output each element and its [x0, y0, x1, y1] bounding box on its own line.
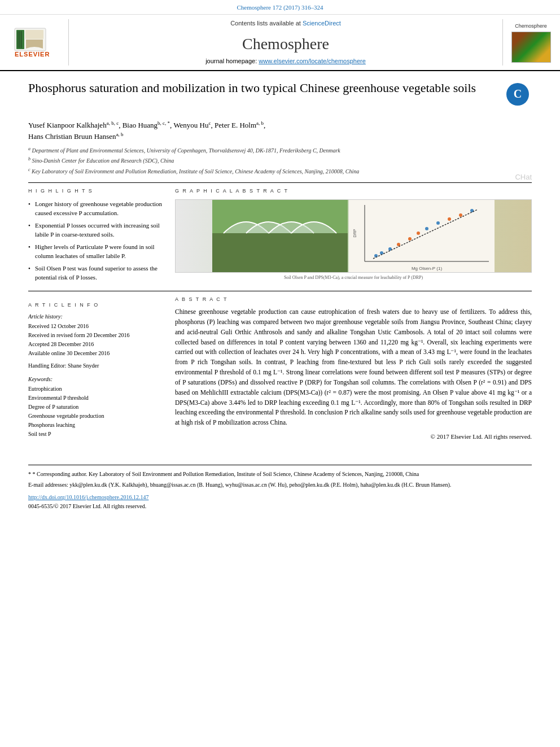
svg-point-20 — [425, 227, 428, 230]
abstract-heading: A B S T R A C T — [175, 296, 532, 303]
main-content: Phosphorus saturation and mobilization i… — [0, 71, 560, 456]
svg-point-15 — [380, 251, 383, 255]
affiliation-b: b Sino-Danish Center for Education and R… — [28, 156, 532, 165]
article-info-column: A R T I C L E I N F O Article history: R… — [28, 302, 164, 442]
authors-line: Yusef Kianpoor Kalkhajeha, b, c, Biao Hu… — [28, 120, 532, 142]
highlights-list: Longer history of greenhouse vegetable p… — [28, 199, 164, 282]
footer-content: * * Corresponding author. Key Laboratory… — [0, 470, 560, 517]
highlight-item-3: Higher levels of Particulate P were foun… — [28, 242, 164, 261]
article-title: Phosphorus saturation and mobilization i… — [28, 80, 498, 97]
svg-text:C: C — [514, 88, 522, 100]
highlights-heading: H I G H L I G H T S — [28, 187, 164, 195]
accepted-date: Accepted 28 December 2016 — [28, 340, 164, 348]
svg-text:Mg Olsen-P (1): Mg Olsen-P (1) — [412, 266, 442, 271]
graphical-abstract-image: Mg Olsen-P (1) DRP — [175, 199, 532, 273]
available-online-date: Available online 30 December 2016 — [28, 350, 164, 357]
abstract-column: A B S T R A C T Chinese greenhouse veget… — [175, 296, 532, 442]
article-info-heading: A R T I C L E I N F O — [28, 302, 164, 309]
history-label: Article history: — [28, 313, 164, 321]
keyword-6: Soil test P — [28, 430, 164, 438]
received-revised-date: Received in revised form 20 December 201… — [28, 331, 164, 339]
author5-name: Hans Christian Bruun Hansen — [28, 133, 116, 141]
sciencedirect-line: Contents lists available at ScienceDirec… — [230, 19, 341, 28]
article-title-section: Phosphorus saturation and mobilization i… — [28, 80, 532, 114]
article-info-abstract-section: A R T I C L E I N F O Article history: R… — [28, 296, 532, 442]
keyword-1: Eutrophication — [28, 385, 164, 393]
keyword-4: Greenhouse vegetable production — [28, 412, 164, 420]
author3-name: Wenyou Hu — [173, 121, 208, 130]
svg-point-23 — [459, 213, 462, 217]
keywords-label: Keywords: — [28, 375, 164, 383]
received-date: Received 12 October 2016 — [28, 322, 164, 330]
corresponding-author-note: * * Corresponding author. Key Laboratory… — [28, 470, 532, 479]
svg-rect-3 — [19, 31, 20, 48]
svg-rect-4 — [21, 31, 22, 48]
handling-editor: Handling Editor: Shane Snyder — [28, 362, 164, 370]
divider-2 — [28, 291, 532, 291]
keyword-2: Environmental P threshold — [28, 394, 164, 402]
graphical-abstract-caption: Soil Olsen P and DPS(M3-Ca), a crucial m… — [175, 274, 532, 281]
chat-watermark: CHat — [515, 172, 532, 182]
keywords-section: Keywords: Eutrophication Environmental P… — [28, 375, 164, 438]
svg-rect-2 — [18, 31, 19, 48]
issn-line: 0045-6535/© 2017 Elsevier Ltd. All right… — [28, 502, 532, 511]
divider-1 — [28, 182, 532, 183]
journal-header-center: Contents lists available at ScienceDirec… — [76, 19, 496, 65]
svg-rect-10 — [212, 233, 348, 273]
elsevier-logo-icon: ELSEVIER — [12, 27, 57, 58]
homepage-line: journal homepage: www.elsevier.com/locat… — [205, 57, 366, 65]
affiliation-a: a Department of Plant and Environmental … — [28, 146, 532, 155]
affiliations-section: a Department of Plant and Environmental … — [28, 146, 532, 176]
author2-name: Biao Huang — [123, 121, 158, 130]
svg-text:ELSEVIER: ELSEVIER — [15, 51, 50, 58]
affiliation-c: c Key Laboratory of Soil Environment and… — [28, 167, 532, 176]
journal-reference-bar: Chemosphere 172 (2017) 316–324 — [0, 0, 560, 15]
keyword-3: Degree of P saturation — [28, 403, 164, 411]
highlights-graphical-section: H I G H L I G H T S Longer history of gr… — [28, 187, 532, 285]
keyword-5: Phosphorus leaching — [28, 421, 164, 429]
article-history: Article history: Received 12 October 201… — [28, 313, 164, 357]
svg-text:DRP: DRP — [353, 229, 357, 237]
journal-ref-text: Chemosphere 172 (2017) 316–324 — [237, 4, 323, 11]
homepage-link[interactable]: www.elsevier.com/locate/chemosphere — [259, 58, 366, 64]
thumb-label: Chemosphere — [515, 23, 547, 30]
crossmark-badge[interactable]: C — [506, 83, 532, 108]
doi-line: http://dx.doi.org/10.1016/j.chemosphere.… — [28, 493, 532, 502]
copyright-line: © 2017 Elsevier Ltd. All rights reserved… — [175, 433, 532, 441]
highlights-column: H I G H L I G H T S Longer history of gr… — [28, 187, 164, 285]
abstract-text: Chinese greenhouse vegetable production … — [175, 307, 532, 428]
svg-point-18 — [408, 237, 412, 241]
svg-point-21 — [436, 221, 440, 225]
journal-cover-image — [511, 32, 551, 63]
sciencedirect-link[interactable]: ScienceDirect — [303, 20, 341, 27]
svg-point-22 — [448, 217, 451, 221]
author1-name: Yusef Kianpoor Kalkhajeh — [28, 121, 107, 130]
svg-point-19 — [417, 231, 420, 235]
footer-divider — [28, 465, 532, 465]
crossmark-icon: C — [506, 83, 529, 106]
graphical-abstract-heading: G R A P H I C A L A B S T R A C T — [175, 187, 532, 195]
email-addresses-line: E-mail addresses: ykk@plen.ku.dk (Y.K. K… — [28, 480, 532, 490]
doi-link[interactable]: http://dx.doi.org/10.1016/j.chemosphere.… — [28, 494, 148, 500]
highlight-item-1: Longer history of greenhouse vegetable p… — [28, 199, 164, 218]
svg-rect-5 — [25, 30, 43, 39]
elsevier-logo-section: ELSEVIER — [7, 19, 69, 65]
graphical-abstract-svg: Mg Olsen-P (1) DRP — [176, 199, 531, 273]
highlight-item-4: Soil Olsen P test was found superior to … — [28, 264, 164, 282]
highlight-item-2: Exponential P losses occurred with incre… — [28, 221, 164, 239]
journal-header: ELSEVIER Contents lists available at Sci… — [0, 15, 560, 71]
journal-thumbnail-section: Chemosphere — [502, 19, 553, 65]
page: Chemosphere 172 (2017) 316–324 ELSEVIER … — [0, 0, 560, 747]
graphical-abstract-column: G R A P H I C A L A B S T R A C T — [175, 187, 532, 285]
author4-name: Peter E. Holm — [215, 121, 256, 130]
journal-name: Chemosphere — [242, 33, 329, 55]
